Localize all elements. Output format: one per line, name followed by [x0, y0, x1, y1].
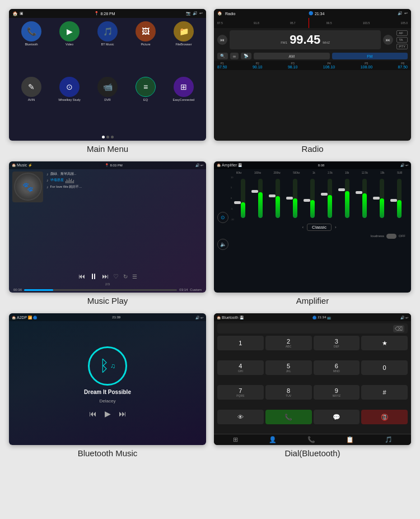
home-icon-bt: 🏠	[12, 316, 16, 319]
dial-key-9[interactable]: 9 WXYZ	[314, 385, 360, 400]
list-btn[interactable]: ☰	[132, 274, 137, 280]
dial-phone-btn[interactable]: 📞	[307, 436, 315, 443]
amplifier-screen: 🏠 Amplifier 💾 8:08 🔊 ↩ ⊙ 🔈 60hz	[214, 161, 411, 293]
eq-bar-3[interactable]	[287, 176, 304, 221]
pause-btn[interactable]: ⏸	[90, 272, 97, 281]
track-2[interactable]: ♪ 毕墙群星	[46, 178, 203, 183]
app-filebrowser[interactable]: 📁 FileBrowser	[166, 21, 202, 75]
eq-label-6: 10k	[345, 172, 349, 174]
cell-radio: 🏠 Radio 🔵 21:34 🔊 ↩ 87.591.895.799.5103.…	[214, 9, 411, 154]
dial-key-4[interactable]: 4 GHI	[217, 360, 264, 375]
app-avin[interactable]: ✎ AVIN	[13, 77, 49, 130]
music-controls: ⏮ ⏸ ⏭ ♡ ↻ ☰	[9, 270, 206, 282]
dial-call-btn[interactable]: 📞	[265, 410, 312, 424]
dial-music-btn[interactable]: 🎵	[385, 436, 393, 443]
preset-p6[interactable]: P6 87.50	[398, 62, 408, 69]
dial-key-8[interactable]: 8 TUV	[265, 385, 312, 400]
preset-p3[interactable]: P3 98.10	[288, 62, 298, 69]
media-icon: ▣	[20, 11, 24, 16]
radio-next-btn[interactable]: ⏭	[383, 35, 393, 45]
dial-key-hash[interactable]: #	[361, 385, 408, 400]
signal-icon-bt: 📶	[28, 316, 32, 319]
loudness-label: loudness	[371, 234, 384, 238]
nav-back-radio: ↩	[404, 11, 408, 16]
amp-vol-btn[interactable]: 🔈	[217, 239, 228, 250]
bt-music-caption: Bluetooth Music	[78, 448, 138, 458]
dial-log-btn[interactable]: 📋	[346, 436, 354, 443]
app-wheelkey[interactable]: ⊙ Wheelkey Study	[52, 77, 87, 130]
dial-contact-btn[interactable]: 👤	[269, 436, 277, 443]
app-eq[interactable]: ≡ EQ	[128, 77, 164, 130]
bt-play-btn[interactable]: ▶	[105, 409, 111, 418]
album-art-inner: 🐾	[14, 173, 42, 201]
amp-title: Amplifier	[222, 163, 237, 167]
repeat-btn[interactable]: ↻	[123, 274, 128, 280]
track-1[interactable]: ♪ 颜碌、斯琴高丽...	[46, 172, 203, 177]
dial-key-1[interactable]: 1	[217, 336, 264, 350]
eq-bar-5[interactable]	[322, 176, 338, 221]
next-preset-btn[interactable]: ›	[335, 225, 337, 230]
preset-p5[interactable]: P5 108.00	[361, 62, 372, 69]
backspace-btn[interactable]: ⌫	[393, 325, 404, 332]
prev-preset-btn[interactable]: ‹	[302, 225, 304, 230]
dial-end-btn[interactable]: 📵	[361, 410, 408, 424]
track-3[interactable]: ♪ For love We 就好不...	[46, 184, 203, 189]
dial-key-star[interactable]: ★	[361, 336, 408, 350]
radio-prev-btn[interactable]: ⏮	[217, 35, 227, 45]
eq-bar-6[interactable]	[339, 176, 356, 221]
eq-bar-4[interactable]	[305, 176, 321, 221]
tag-ta[interactable]: TA	[396, 37, 408, 43]
dial-key-2[interactable]: 2 ABC	[265, 336, 312, 350]
bt-music-time: 21:39	[112, 316, 120, 319]
eq-bar-7[interactable]	[357, 176, 373, 221]
eq-label-9: SUB	[397, 172, 402, 174]
progress-bar[interactable]	[24, 289, 177, 291]
bt-next-btn[interactable]: ⏭	[119, 409, 127, 418]
heart-btn[interactable]: ♡	[113, 273, 119, 280]
radio-search-btn[interactable]: 🔍	[217, 53, 228, 59]
eq-bar-2[interactable]	[270, 176, 286, 221]
dial-key-0[interactable]: 0	[361, 360, 408, 375]
dial-key-eye[interactable]: 👁	[217, 410, 264, 424]
preset-name[interactable]: Classic	[307, 224, 332, 231]
tag-af[interactable]: AF	[396, 30, 408, 36]
dial-key-3[interactable]: 3 DEF	[314, 336, 360, 350]
next-btn[interactable]: ⏭	[102, 272, 109, 280]
amp-preset: ‹ Classic ›	[231, 223, 408, 232]
amp-tune-btn[interactable]: ⊙	[217, 212, 228, 223]
eq-bar-9[interactable]	[391, 176, 408, 221]
radio-controls: 🔍 ∞ 📡 AM FM	[214, 52, 411, 61]
dial-key-7[interactable]: 7 PQRS	[217, 385, 264, 400]
radio-fm-btn[interactable]: FM	[332, 53, 408, 59]
home-icon-amp: 🏠	[217, 163, 221, 167]
app-picture[interactable]: 🖼 Picture	[128, 21, 164, 75]
app-bluetooth[interactable]: 📞 Bluetooth	[13, 21, 49, 75]
eq-bar-1[interactable]	[253, 176, 269, 221]
app-easyconnected[interactable]: ⊞ EasyConnected	[166, 77, 202, 130]
preset-p2[interactable]: P2 90.10	[253, 62, 263, 69]
home-icon-radio: 🏠	[217, 11, 222, 16]
radio-am-btn[interactable]: AM	[254, 53, 330, 59]
dial-key-6[interactable]: 6 MNO	[314, 360, 360, 375]
eq-bar-0[interactable]	[235, 176, 251, 221]
dial-msg-btn[interactable]: 💬	[314, 410, 360, 424]
eq-bar-8[interactable]	[374, 176, 390, 221]
radio-loop-btn[interactable]: ∞	[230, 53, 239, 59]
bt-prev-btn[interactable]: ⏮	[89, 409, 97, 418]
app-video[interactable]: ▶ Video	[52, 21, 87, 75]
prev-btn[interactable]: ⏮	[78, 272, 85, 280]
track-counter: 2/3	[9, 282, 206, 287]
loudness-toggle[interactable]	[386, 234, 396, 239]
home-icon: 🏠	[12, 11, 18, 16]
cell-dial: 🏠 Bluetooth 💾 🔵 21:34 📺 🔊 ↩ ⌫	[214, 313, 411, 458]
dial-key-5[interactable]: 5 JKL	[265, 360, 312, 375]
nav-back-icon: ↩	[199, 11, 203, 16]
screen-icon-dial: 📺	[327, 316, 331, 319]
radio-signal-btn[interactable]: 📡	[241, 53, 251, 59]
app-dvr[interactable]: 📹 DVR	[90, 77, 125, 130]
tag-pty[interactable]: PTY	[396, 44, 408, 49]
app-bt-music[interactable]: 🎵 BT Music	[90, 21, 125, 75]
preset-p1[interactable]: P1 87.50	[217, 62, 227, 69]
dial-grid-btn[interactable]: ⊞	[233, 436, 238, 443]
preset-p4[interactable]: P4 106.10	[323, 62, 335, 69]
